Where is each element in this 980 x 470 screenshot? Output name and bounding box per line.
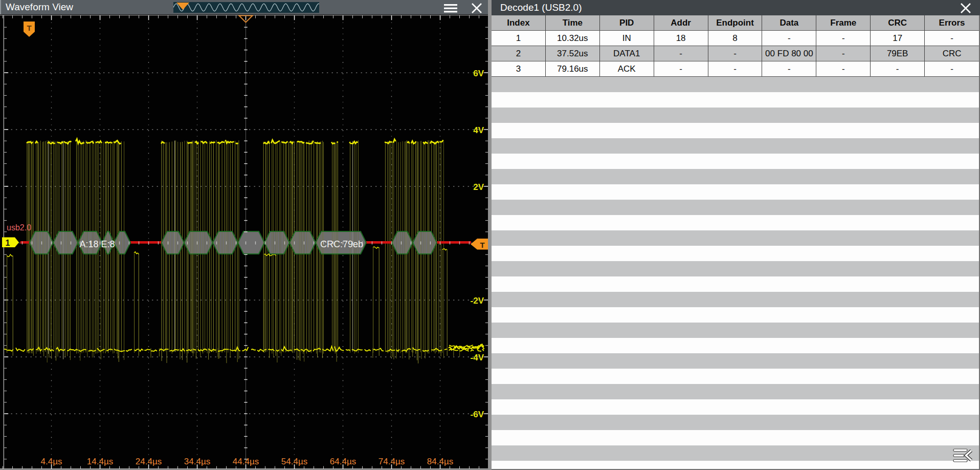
svg-text:4.4µs: 4.4µs xyxy=(41,457,62,466)
svg-text:usb2.0: usb2.0 xyxy=(7,223,31,232)
svg-text:T: T xyxy=(27,24,31,32)
svg-text:74.4µs: 74.4µs xyxy=(378,457,405,466)
svg-text:84.4µs: 84.4µs xyxy=(427,457,453,466)
svg-text:4V: 4V xyxy=(473,125,484,135)
svg-text:24.4µs: 24.4µs xyxy=(136,457,162,466)
svg-text:-2V: -2V xyxy=(471,296,484,306)
svg-text:-4V: -4V xyxy=(471,353,484,362)
svg-text:34.4µs: 34.4µs xyxy=(184,457,210,466)
svg-text:CRC:79eb: CRC:79eb xyxy=(320,239,363,249)
svg-text:-6V: -6V xyxy=(471,410,484,419)
svg-text:44.4µs: 44.4µs xyxy=(233,457,259,466)
svg-text:2V: 2V xyxy=(473,182,484,192)
svg-text:6V: 6V xyxy=(473,69,484,78)
svg-text:54.4µs: 54.4µs xyxy=(281,457,307,466)
svg-text:1: 1 xyxy=(6,239,10,247)
svg-text:14.4µs: 14.4µs xyxy=(87,457,113,466)
svg-text:64.4µs: 64.4µs xyxy=(330,457,356,466)
svg-text:T: T xyxy=(480,241,484,249)
